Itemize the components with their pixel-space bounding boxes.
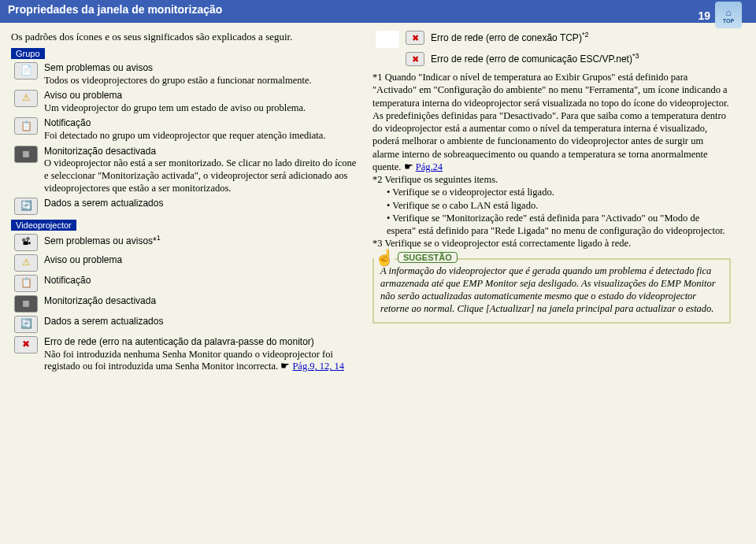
row-title: Erro de rede (erro de comunicação ESC/VP… (431, 54, 639, 65)
vp-ok-icon: 📽 (14, 234, 38, 251)
row-title: Sem problemas ou avisos (44, 62, 358, 75)
row-desc: Um videoprojector do grupo tem um estado… (44, 102, 358, 115)
grupo-label: Grupo (11, 48, 45, 59)
tip-box: ☝ SUGESTÃO A informação do videoprojecto… (372, 258, 731, 324)
row-title: Aviso ou problema (44, 254, 358, 267)
tip-text: A informação do videoprojector que é ger… (380, 265, 723, 316)
page-link[interactable]: Pág.24 (416, 161, 443, 172)
vp-warn-icon: ⚠ (14, 254, 38, 272)
vp-table: 📽 Sem problemas ou avisos*1 ⚠ Aviso ou p… (11, 232, 361, 375)
group-update-icon: 🔄 (14, 198, 38, 215)
tip-label: SUGESTÃO (398, 252, 458, 263)
row-title: Erro de rede (erro de conexão TCP)*2 (431, 32, 588, 43)
footnote-1: *1 Quando "Indicar o nível de temperatur… (372, 71, 731, 173)
group-ok-icon: 📄 (14, 62, 38, 80)
vp-notify-icon: 📋 (14, 275, 38, 292)
footnote-3: *3 Verifique se o videoprojector está co… (372, 237, 731, 250)
table-row: ✖ Erro de rede (erro de comunicação ESC/… (372, 52, 642, 68)
left-column: Os padrões dos ícones e os seus signific… (11, 31, 361, 375)
net-tcp-error-icon: ✖ (406, 31, 424, 45)
footnote-2-bullet: • Verifique se "Monitorização rede" está… (387, 212, 731, 238)
row-title: Dados a serem actualizados (44, 316, 358, 328)
group-notify-icon: 📋 (14, 117, 38, 135)
table-row: ⚠ Aviso ou problema (11, 253, 361, 273)
vp-neterr-icon: ✖ (14, 336, 38, 353)
group-disabled-icon: ◼ (14, 146, 38, 163)
intro-text: Os padrões dos ícones e os seus signific… (11, 31, 361, 43)
footnote-2-bullet: • Verifique se o videoprojector está lig… (387, 186, 731, 198)
row-title: Sem problemas ou avisos*1 (44, 235, 161, 246)
table-row: ◼ Monitorização desactivada O videoproje… (11, 144, 361, 196)
row-title: Erro de rede (erro na autenticação da pa… (44, 336, 358, 349)
vp-disabled-icon: ◼ (14, 295, 38, 313)
page-number: 19 (698, 9, 710, 22)
content: Os padrões dos ícones e os seus signific… (0, 23, 756, 383)
vp-update-icon: 🔄 (14, 316, 38, 333)
right-error-table: ✖ Erro de rede (erro de conexão TCP)*2 ✖… (372, 31, 642, 68)
group-warn-icon: ⚠ (14, 90, 38, 107)
table-row: ⚠ Aviso ou problema Um videoprojector do… (11, 88, 361, 116)
table-row: ✖ Erro de rede (erro na autenticação da … (11, 335, 361, 375)
top-icon[interactable]: ⌂ TOP (715, 2, 742, 28)
footnotes: *1 Quando "Indicar o nível de temperatur… (372, 71, 731, 250)
table-row: 🔄 Dados a serem actualizados (11, 196, 361, 216)
table-row: 📽 Sem problemas ou avisos*1 (11, 232, 361, 253)
page-link[interactable]: Pág.9, 12, 14 (292, 361, 344, 372)
table-row: 📄 Sem problemas ou avisos Todos os video… (11, 61, 361, 88)
table-row: ✖ Erro de rede (erro de conexão TCP)*2 (372, 31, 642, 52)
row-title: Dados a serem actualizados (44, 198, 358, 210)
row-desc: Não foi introduzida nenhuma Senha Monito… (44, 349, 358, 373)
row-desc: O videoprojector não está a ser monitori… (44, 157, 358, 194)
net-esc-error-icon: ✖ (406, 52, 424, 66)
footnote-2: *2 Verifique os seguintes items. (372, 173, 731, 186)
page-badge: 19 ⌂ TOP (698, 3, 742, 28)
table-row: 📋 Notificação (11, 273, 361, 294)
header-title: Propriedades da janela de monitorização (8, 3, 222, 16)
row-title: Monitorização desactivada (44, 295, 358, 308)
blank-icon (376, 31, 399, 48)
table-row: ◼ Monitorização desactivada (11, 294, 361, 314)
table-row: 🔄 Dados a serem actualizados (11, 314, 361, 335)
row-desc: Foi detectado no grupo um videoprojector… (44, 130, 358, 142)
page-header: Propriedades da janela de monitorização … (0, 0, 756, 20)
row-title: Notificação (44, 275, 358, 287)
table-row: 📋 Notificação Foi detectado no grupo um … (11, 116, 361, 143)
right-column: ✖ Erro de rede (erro de conexão TCP)*2 ✖… (372, 31, 731, 375)
footnote-2-bullet: • Verifique se o cabo LAN está ligado. (387, 199, 731, 212)
row-title: Notificação (44, 117, 358, 130)
row-title: Aviso ou problema (44, 90, 358, 102)
row-title: Monitorização desactivada (44, 146, 358, 158)
row-desc: Todos os videoprojectores do grupo estão… (44, 75, 358, 87)
vp-label: Videoprojector (11, 220, 76, 231)
hand-icon: ☝ (374, 247, 395, 268)
grupo-table: 📄 Sem problemas ou avisos Todos os video… (11, 61, 361, 216)
